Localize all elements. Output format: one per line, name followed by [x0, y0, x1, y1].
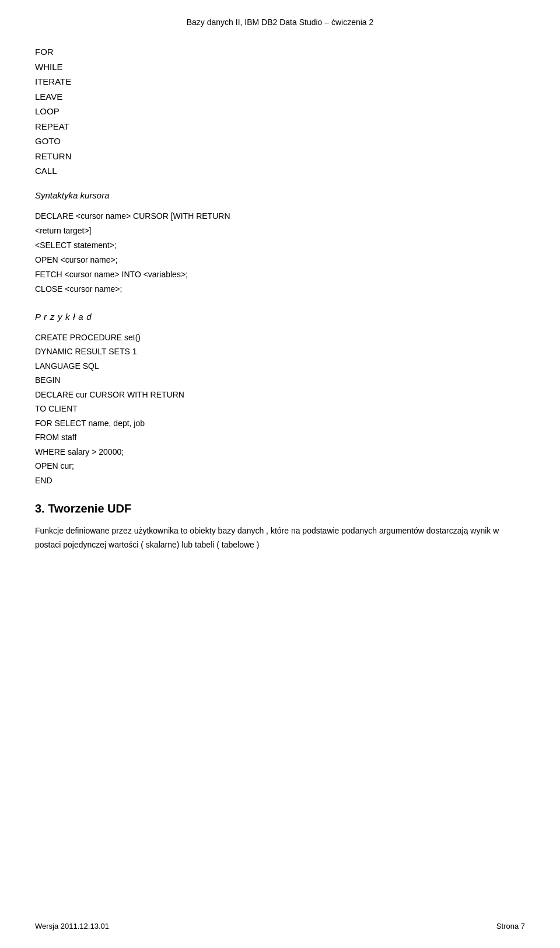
section3-description: Funkcje definiowane przez użytkownika to… — [35, 524, 525, 552]
cursor-syntax: DECLARE <cursor name> CURSOR [WITH RETUR… — [35, 209, 525, 297]
code-line-3: BEGIN — [35, 375, 61, 385]
code-line-5: TO CLIENT — [35, 404, 78, 413]
code-line-8: WHERE salary > 20000; — [35, 447, 124, 456]
cursor-label: Syntaktyka kursora — [35, 190, 525, 200]
example-label: P r z y k ł a d — [35, 312, 525, 322]
code-line-10: END — [35, 476, 52, 485]
keyword-return: RETURN — [35, 149, 525, 164]
cursor-section: Syntaktyka kursora DECLARE <cursor name>… — [35, 190, 525, 297]
keywords-section: FOR WHILE ITERATE LEAVE LOOP REPEAT GOTO… — [35, 44, 525, 179]
code-line-6: FOR SELECT name, dept, job — [35, 419, 145, 428]
header-title: Bazy danych II, IBM DB2 Data Studio – ćw… — [187, 18, 374, 27]
cursor-line-4: FETCH <cursor name> INTO <variables>; — [35, 270, 188, 279]
keyword-loop: LOOP — [35, 104, 525, 119]
keyword-iterate: ITERATE — [35, 74, 525, 89]
keyword-repeat: REPEAT — [35, 119, 525, 134]
code-line-4: DECLARE cur CURSOR WITH RETURN — [35, 390, 184, 399]
keyword-list: FOR WHILE ITERATE LEAVE LOOP REPEAT GOTO… — [35, 44, 525, 179]
keyword-leave: LEAVE — [35, 89, 525, 104]
code-block: CREATE PROCEDURE set() DYNAMIC RESULT SE… — [35, 330, 525, 488]
cursor-line-3: OPEN <cursor name>; — [35, 255, 118, 264]
page-footer: Wersja 2011.12.13.01 Strona 7 — [35, 922, 525, 930]
keyword-call: CALL — [35, 163, 525, 179]
footer-version: Wersja 2011.12.13.01 — [35, 922, 109, 930]
keyword-while: WHILE — [35, 60, 525, 75]
section3-container: 3. Tworzenie UDF Funkcje definiowane prz… — [35, 502, 525, 552]
cursor-line-1: <return target>] — [35, 226, 92, 235]
code-line-1: DYNAMIC RESULT SETS 1 — [35, 347, 137, 356]
page-container: Bazy danych II, IBM DB2 Data Studio – ćw… — [0, 0, 560, 948]
cursor-line-5: CLOSE <cursor name>; — [35, 284, 122, 294]
cursor-line-0: DECLARE <cursor name> CURSOR [WITH RETUR… — [35, 211, 230, 221]
code-line-7: FROM staff — [35, 433, 76, 442]
code-line-2: LANGUAGE SQL — [35, 361, 99, 371]
footer-page: Strona 7 — [496, 922, 525, 930]
section3-heading: 3. Tworzenie UDF — [35, 502, 525, 515]
code-line-0: CREATE PROCEDURE set() — [35, 333, 141, 342]
cursor-line-2: <SELECT statement>; — [35, 241, 117, 250]
page-header: Bazy danych II, IBM DB2 Data Studio – ćw… — [35, 18, 525, 27]
code-line-9: OPEN cur; — [35, 461, 74, 470]
keyword-for: FOR — [35, 44, 525, 60]
keyword-goto: GOTO — [35, 134, 525, 149]
example-section: P r z y k ł a d CREATE PROCEDURE set() D… — [35, 312, 525, 488]
